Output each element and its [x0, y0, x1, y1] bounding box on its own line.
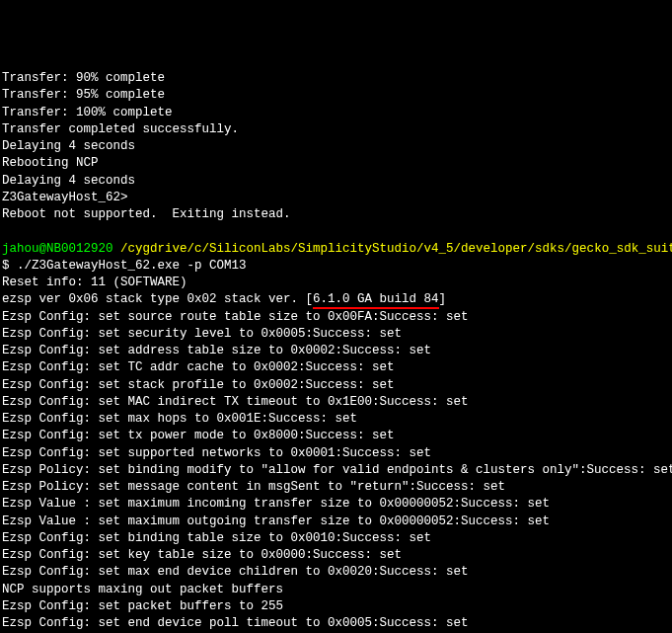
terminal-line: Rebooting NCP [2, 155, 670, 172]
terminal-line: Z3GatewayHost_62> [2, 190, 670, 206]
terminal-line: Reset info: 11 (SOFTWARE) [2, 275, 670, 291]
terminal-line: ezsp ver 0x06 stack type 0x02 stack ver.… [2, 291, 670, 308]
terminal-line: Transfer completed successfully. [2, 121, 670, 138]
terminal-output: Transfer: 90% completeTransfer: 95% comp… [2, 70, 670, 633]
terminal-line: jahou@NB0012920 /cygdrive/c/SiliconLabs/… [2, 241, 670, 258]
terminal-line: Ezsp Config: set binding table size to 0… [2, 530, 670, 547]
terminal-line: Ezsp Config: set MAC indirect TX timeout… [2, 394, 670, 411]
terminal-line: Ezsp Config: set end device poll timeout… [2, 615, 670, 632]
terminal-line: Ezsp Config: set stack profile to 0x0002… [2, 377, 670, 394]
prompt-path: /cygdrive/c/SiliconLabs/SimplicityStudio… [120, 242, 672, 256]
terminal-line: Ezsp Config: set security level to 0x000… [2, 326, 670, 343]
terminal-line: Reboot not supported. Exiting instead. [2, 206, 670, 223]
terminal-line: Transfer: 95% complete [2, 87, 670, 104]
prompt-user: jahou@NB0012920 [2, 242, 113, 256]
terminal-line: Ezsp Policy: set binding modify to "allo… [2, 462, 670, 479]
terminal-line: Ezsp Value : set maximum outgoing transf… [2, 514, 670, 530]
terminal-line: Ezsp Config: set address table size to 0… [2, 343, 670, 359]
terminal-line: Transfer: 90% complete [2, 70, 670, 87]
terminal-line: Ezsp Config: set max hops to 0x001E:Succ… [2, 411, 670, 428]
terminal-line: Delaying 4 seconds [2, 173, 670, 190]
terminal-line: Ezsp Config: set tx power mode to 0x8000… [2, 428, 670, 444]
terminal-line: Ezsp Config: set TC addr cache to 0x0002… [2, 359, 670, 376]
terminal-line: Ezsp Config: set max end device children… [2, 564, 670, 581]
terminal-line [2, 223, 670, 240]
terminal-line: Ezsp Value : set maximum incoming transf… [2, 496, 670, 513]
terminal-line: Ezsp Config: set source route table size… [2, 309, 670, 326]
terminal-line: Ezsp Policy: set message content in msgS… [2, 479, 670, 496]
terminal-line: Delaying 4 seconds [2, 138, 670, 155]
terminal-line: $ ./Z3GatewayHost_62.exe -p COM13 [2, 258, 670, 275]
terminal-line: Transfer: 100% complete [2, 105, 670, 121]
terminal-line: Ezsp Config: set supported networks to 0… [2, 445, 670, 462]
terminal-line: Ezsp Config: set key table size to 0x000… [2, 547, 670, 564]
terminal-line: Ezsp Config: set packet buffers to 255 [2, 598, 670, 615]
terminal-line: NCP supports maxing out packet buffers [2, 582, 670, 598]
version-highlight: 6.1.0 GA build 84 [313, 292, 439, 309]
